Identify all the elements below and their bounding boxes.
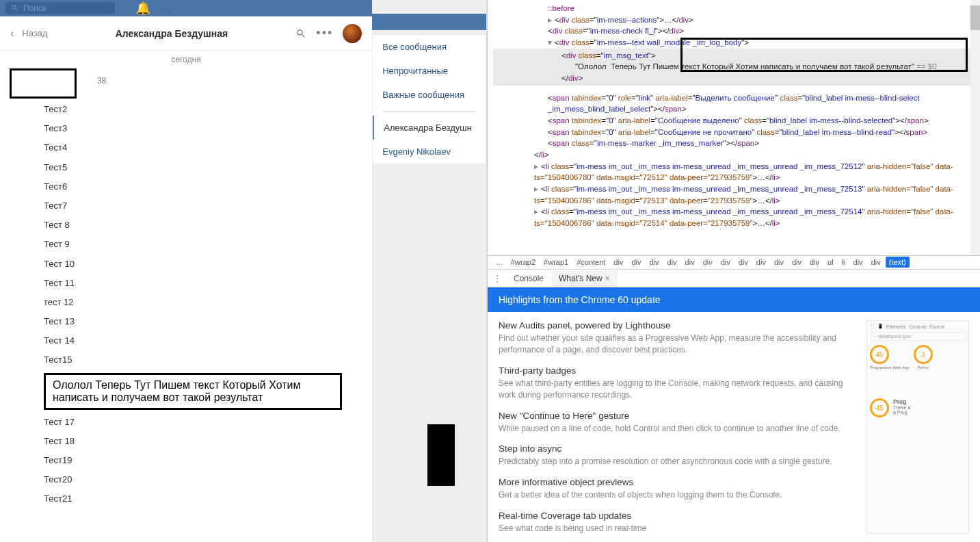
- whatsnew-header: Highlights from the Chrome 60 update: [488, 287, 980, 312]
- redaction-box: [10, 68, 77, 99]
- wn-title[interactable]: Third-party badges: [499, 365, 858, 376]
- avatar[interactable]: [343, 24, 362, 43]
- wn-desc: Predictably step into a promise resoluti…: [499, 456, 858, 467]
- message-line[interactable]: тест 12: [44, 293, 372, 312]
- message-line[interactable]: Тест 18: [44, 432, 372, 451]
- sidebar-conversation-active[interactable]: Александра Бездушн: [373, 116, 486, 140]
- wn-desc: While paused on a line of code, hold Con…: [499, 423, 858, 435]
- wn-desc: See what third-party entities are loggin…: [499, 378, 858, 401]
- devtools-panel: ::before <div class="im-mess--actions">……: [487, 0, 980, 542]
- wn-title[interactable]: New "Continue to Here" gesture: [499, 411, 858, 421]
- elements-panel[interactable]: ::before <div class="im-mess--actions">……: [488, 0, 980, 255]
- top-icons: 🔔 ♫: [135, 1, 172, 16]
- drawer-menu-icon[interactable]: ⋮: [493, 274, 501, 283]
- message-line[interactable]: Тест4: [44, 138, 372, 157]
- tab-console[interactable]: Console: [507, 271, 551, 286]
- sidebar-conversation[interactable]: Evgeniy Nikolaev: [373, 140, 486, 164]
- tab-whatsnew[interactable]: What's New×: [552, 271, 617, 286]
- wn-title[interactable]: New Audits panel, powered by Lighthouse: [499, 320, 858, 331]
- more-icon[interactable]: •••: [316, 26, 333, 40]
- top-bar: Поиск 🔔 ♫: [0, 0, 372, 16]
- whatsnew-preview: ⬚📱ElementsConsoleSource → developers.goo…: [866, 320, 969, 534]
- message-line[interactable]: Тест 8: [44, 216, 372, 235]
- breadcrumb[interactable]: … #wrap2 #wrap1 #content div div div div…: [488, 255, 980, 270]
- search-placeholder: Поиск: [23, 3, 46, 13]
- bell-icon[interactable]: 🔔: [135, 1, 150, 16]
- whatsnew-body: New Audits panel, powered by LighthouseF…: [488, 312, 980, 542]
- message-line[interactable]: Тест 14: [44, 331, 372, 350]
- sidebar-item-important[interactable]: Важные сообщения: [373, 83, 486, 107]
- message-time: 38: [97, 76, 106, 86]
- console-tabs: ⋮ Console What's New×: [488, 270, 980, 288]
- wn-desc: See what code is being used in real-time: [499, 523, 858, 534]
- close-icon[interactable]: ×: [605, 274, 610, 283]
- music-icon[interactable]: ♫: [163, 1, 172, 16]
- message-line[interactable]: Тест3: [44, 119, 372, 138]
- back-icon[interactable]: ‹: [10, 27, 14, 40]
- wn-desc: Get a better idea of the contents of obj…: [499, 489, 858, 501]
- message-line[interactable]: Тест20: [44, 470, 372, 489]
- sidebar-item-all[interactable]: Все сообщения: [373, 35, 486, 59]
- wn-title[interactable]: Real-time Coverage tab updates: [499, 511, 858, 521]
- messages-list: 38 Тест2 Тест3 Тест4 Тест5 Тест6 Тест7 Т…: [0, 68, 372, 542]
- message-line[interactable]: Тест 17: [44, 413, 372, 432]
- search-input[interactable]: Поиск: [5, 2, 115, 14]
- highlighted-message[interactable]: Ололол Теперь Тут Пишем текст Который Хо…: [44, 373, 342, 410]
- redaction-box: [427, 424, 455, 486]
- chat-header: ‹ Назад Александра Бездушная •••: [0, 16, 372, 51]
- breadcrumb-more[interactable]: …: [493, 257, 506, 268]
- message-line[interactable]: Тест5: [44, 158, 372, 177]
- message-line[interactable]: Тест 9: [44, 235, 372, 254]
- message-line[interactable]: Тест15: [44, 350, 372, 370]
- message-line[interactable]: Тест19: [44, 451, 372, 470]
- message-line[interactable]: Тест6: [44, 177, 372, 196]
- wn-desc: Find out whether your site qualifies as …: [499, 333, 858, 356]
- chat-title: Александра Бездушная: [53, 28, 291, 39]
- wn-title[interactable]: More informative object previews: [499, 477, 858, 487]
- message-line[interactable]: Тест 13: [44, 312, 372, 331]
- message-line[interactable]: Тест 10: [44, 255, 372, 274]
- message-line[interactable]: Тест2: [44, 88, 372, 119]
- message-line[interactable]: Тест7: [44, 196, 372, 216]
- sidebar-item-unread[interactable]: Непрочитанные: [373, 59, 486, 83]
- scrollbar[interactable]: [970, 0, 980, 255]
- search-icon[interactable]: [295, 28, 306, 39]
- message-line[interactable]: Тест21: [44, 489, 372, 508]
- wn-title[interactable]: Step into async: [499, 443, 858, 454]
- date-label: сегодня: [0, 51, 372, 68]
- message-line[interactable]: Тест 11: [44, 274, 372, 293]
- back-button[interactable]: Назад: [22, 28, 47, 38]
